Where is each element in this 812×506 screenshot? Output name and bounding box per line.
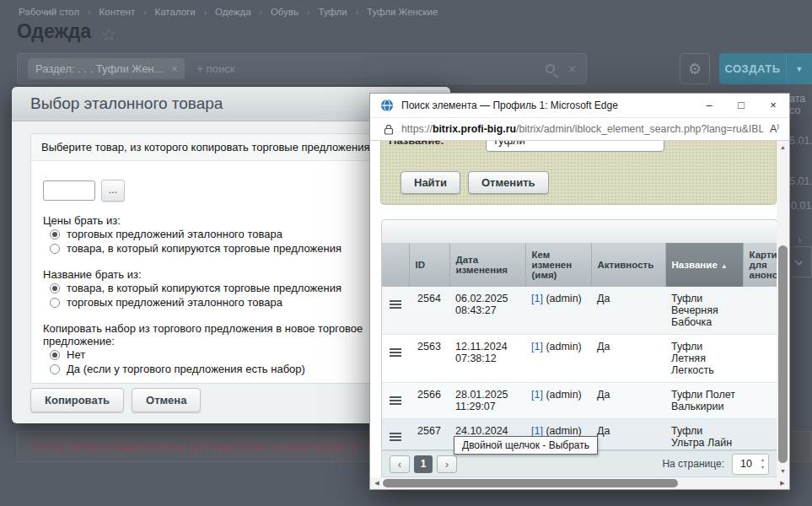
column-header-date[interactable]: Дата изменения — [449, 243, 525, 287]
minimize-button[interactable]: – — [693, 94, 725, 117]
background-date-fragment: 5.01.2 — [789, 175, 812, 187]
search-form-panel: Название: туфли Найти Отменить — [380, 141, 777, 205]
filter-search-bar[interactable]: Раздел: . . . Туфли Жен... × + поиск × — [17, 53, 587, 84]
breadcrumb-item[interactable]: Рабочий стол — [19, 7, 79, 17]
horizontal-scrollbar[interactable]: ◀ ▶ — [370, 477, 789, 489]
radio-option-label: торговых предложений эталонного товара — [67, 228, 282, 240]
cell-date: 06.02.2025 08:43:27 — [449, 287, 525, 335]
breadcrumb-item[interactable]: Одежда — [215, 7, 250, 17]
filter-settings-button[interactable]: ⚙ — [680, 53, 710, 84]
window-titlebar[interactable]: Поиск элемента — Профиль 1: Microsoft Ed… — [370, 94, 789, 117]
search-clear-icon[interactable]: × — [568, 62, 576, 76]
column-header-id[interactable]: ID — [409, 243, 449, 287]
radio-option[interactable]: Нет — [50, 347, 419, 362]
cell-id: 2567 — [409, 419, 449, 451]
radio-option[interactable]: торговых предложений эталонного товара — [50, 227, 419, 241]
vertical-scrollbar-thumb[interactable] — [778, 245, 788, 463]
vertical-scrollbar[interactable]: ▲ ▼ — [777, 141, 789, 477]
read-aloud-icon[interactable]: A) — [770, 122, 779, 135]
background-date-fragment: 5.01.2 — [789, 135, 812, 147]
table-row[interactable]: 2563 12.11.2024 07:38:12 [1] (admin) Да … — [382, 335, 777, 383]
user-link[interactable]: [1] — [531, 389, 543, 401]
row-menu-icon[interactable] — [390, 433, 401, 434]
user-link[interactable]: [1] — [531, 425, 543, 437]
breadcrumb-item[interactable]: Контент — [99, 7, 136, 17]
cell-name: Туфли Ультра Лайн — [665, 419, 743, 451]
cancel-search-button[interactable]: Отменить — [468, 171, 549, 194]
radio-icon[interactable] — [50, 364, 60, 374]
breadcrumb-item[interactable]: Туфли Женские — [367, 7, 438, 17]
column-header-image[interactable]: Картинка для анонса — [743, 243, 777, 287]
copy-button[interactable]: Копировать — [30, 388, 124, 412]
user-link[interactable]: [1] — [531, 293, 543, 304]
radio-icon[interactable] — [50, 229, 60, 240]
stepper-icons[interactable]: ▴▾ — [761, 456, 764, 471]
filter-tag[interactable]: Раздел: . . . Туфли Жен... × — [28, 58, 185, 79]
chevron-down-icon — [794, 257, 803, 266]
scroll-down-icon[interactable]: ▼ — [777, 466, 789, 476]
prev-page-button[interactable]: ‹ — [390, 455, 410, 473]
table-row[interactable]: 2566 28.01.2025 11:29:07 [1] (admin) Да … — [382, 383, 777, 419]
cell-date: 28.01.2025 11:29:07 — [449, 383, 525, 419]
scroll-left-icon[interactable]: ◀ — [371, 477, 383, 489]
table-row[interactable]: 2564 06.02.2025 08:43:27 [1] (admin) Да … — [382, 287, 777, 335]
scroll-up-icon[interactable]: ▲ — [777, 142, 789, 153]
edge-page-content: Название: туфли Найти Отменить ID Дата и… — [370, 141, 789, 489]
table-header-row: ID Дата изменения Кем изменен (имя) Акти… — [382, 243, 777, 287]
results-grid: ID Дата изменения Кем изменен (имя) Акти… — [381, 243, 777, 450]
radio-icon[interactable] — [50, 350, 60, 360]
radio-option[interactable]: товара, в который копируются торговые пр… — [50, 281, 419, 295]
cancel-button[interactable]: Отмена — [132, 388, 201, 412]
radio-icon[interactable] — [50, 283, 60, 293]
cell-active: Да — [591, 287, 665, 335]
favorite-star-icon[interactable]: ☆ — [101, 24, 116, 45]
gear-icon: ⚙ — [688, 60, 702, 78]
url-text[interactable]: https://bitrix.profi-big.ru/bitrix/admin… — [401, 123, 763, 135]
per-page-label: На странице: — [662, 458, 724, 470]
edge-popup-window: Поиск элемента — Профиль 1: Microsoft Ed… — [369, 93, 790, 490]
radio-group-label: Цены брать из: — [43, 214, 419, 227]
next-page-button[interactable]: › — [437, 455, 457, 473]
search-placeholder[interactable]: + поиск — [196, 62, 546, 75]
product-id-input[interactable] — [43, 180, 95, 201]
row-menu-icon[interactable] — [390, 396, 401, 398]
scroll-right-icon[interactable]: ▶ — [777, 477, 788, 489]
filter-tag-close-icon[interactable]: × — [171, 63, 177, 75]
radio-icon[interactable] — [50, 298, 60, 308]
row-menu-icon[interactable] — [390, 348, 401, 350]
cell-name: Туфли Летняя Легкость — [665, 335, 743, 383]
chevron-down-icon[interactable]: ▾ — [787, 64, 812, 73]
search-icon[interactable] — [546, 64, 555, 73]
lock-icon — [384, 124, 394, 135]
horizontal-scrollbar-thumb[interactable] — [383, 479, 678, 487]
search-name-input[interactable]: туфли — [486, 141, 664, 152]
browse-button[interactable]: ... — [101, 180, 125, 202]
maximize-button[interactable]: □ — [725, 94, 757, 117]
radio-option[interactable]: Да (если у торгового предложения есть на… — [50, 362, 419, 376]
radio-option[interactable]: торговых предложений эталонного товара — [50, 295, 419, 310]
current-page-button[interactable]: 1 — [414, 455, 433, 473]
column-header-menu — [382, 243, 409, 287]
column-header-name-sorted[interactable]: Название▲ — [665, 243, 743, 287]
radio-icon[interactable] — [50, 244, 60, 254]
cell-date: 12.11.2024 07:38:12 — [449, 335, 525, 383]
find-button[interactable]: Найти — [401, 171, 460, 194]
cell-active: Да — [591, 419, 665, 451]
row-menu-icon[interactable] — [390, 300, 401, 302]
breadcrumb-item[interactable]: Обувь — [271, 7, 298, 17]
breadcrumb-item[interactable]: Туфли — [318, 7, 347, 17]
column-header-by[interactable]: Кем изменен (имя) — [525, 243, 591, 287]
breadcrumb-item[interactable]: Каталоги — [155, 7, 196, 17]
column-header-active[interactable]: Активность — [591, 243, 665, 287]
close-button[interactable]: × — [757, 94, 789, 117]
url-scheme: https:// — [401, 123, 433, 135]
cell-active: Да — [591, 335, 665, 383]
breadcrumb-separator-icon: › — [307, 8, 309, 17]
address-bar[interactable]: https://bitrix.profi-big.ru/bitrix/admin… — [370, 117, 789, 141]
radio-option-label: Да (если у торгового предложения есть на… — [67, 363, 305, 375]
per-page-select[interactable]: 10▴▾ — [732, 454, 769, 475]
create-button[interactable]: СОЗДАТЬ ▾ — [719, 53, 812, 84]
radio-option[interactable]: товара, в который копируются торговые пр… — [50, 241, 419, 256]
cell-by: [1] (admin) — [525, 335, 591, 383]
user-link[interactable]: [1] — [531, 341, 543, 353]
